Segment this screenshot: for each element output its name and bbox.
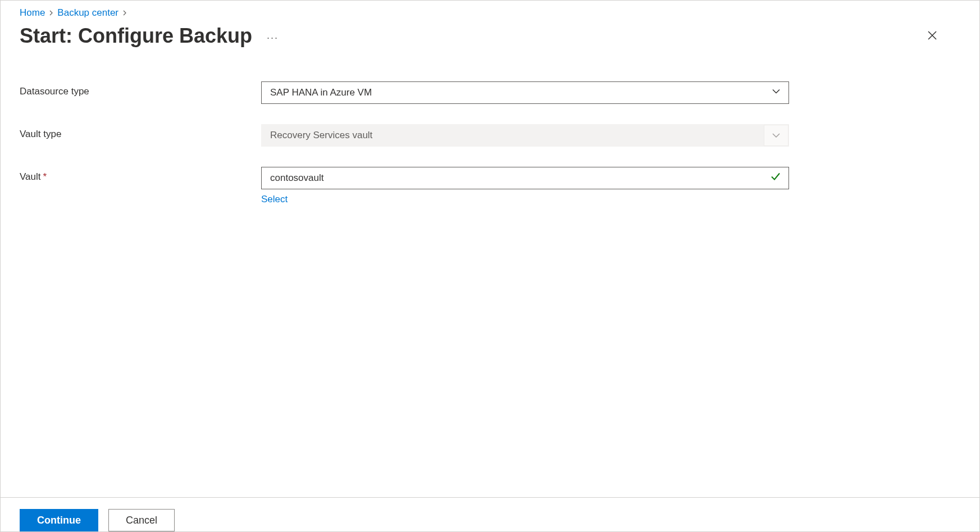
- check-icon: [771, 172, 781, 185]
- page-title: Start: Configure Backup: [20, 24, 252, 48]
- close-button[interactable]: [923, 26, 941, 46]
- form-row-vault-type: Vault type Recovery Services vault: [20, 124, 960, 147]
- form-row-vault: Vault* contosovault Select: [20, 167, 960, 205]
- vault-value: contosovault: [270, 172, 323, 184]
- configure-backup-form: Datasource type SAP HANA in Azure VM Vau…: [1, 48, 979, 205]
- vault-type-value: Recovery Services vault: [270, 130, 372, 141]
- chevron-down-icon: [772, 87, 781, 99]
- datasource-type-label: Datasource type: [20, 81, 261, 97]
- datasource-type-select[interactable]: SAP HANA in Azure VM: [261, 81, 789, 104]
- chevron-down-icon: [764, 125, 788, 146]
- datasource-type-value: SAP HANA in Azure VM: [270, 87, 372, 98]
- chevron-right-icon: [122, 7, 127, 19]
- vault-label: Vault*: [20, 167, 261, 183]
- close-icon: [927, 34, 938, 43]
- breadcrumb: Home Backup center: [1, 1, 979, 19]
- chevron-right-icon: [48, 7, 54, 19]
- more-actions-button[interactable]: ···: [267, 32, 279, 44]
- continue-button[interactable]: Continue: [20, 509, 98, 531]
- form-row-datasource-type: Datasource type SAP HANA in Azure VM: [20, 81, 960, 104]
- vault-select-link[interactable]: Select: [261, 194, 288, 205]
- page-header: Start: Configure Backup ···: [1, 19, 979, 48]
- required-indicator: *: [43, 171, 47, 182]
- vault-input[interactable]: contosovault: [261, 167, 789, 189]
- breadcrumb-backup-center-link[interactable]: Backup center: [57, 7, 118, 19]
- vault-type-label: Vault type: [20, 124, 261, 140]
- cancel-button[interactable]: Cancel: [108, 509, 175, 531]
- vault-type-select: Recovery Services vault: [261, 124, 789, 147]
- breadcrumb-home-link[interactable]: Home: [20, 7, 45, 19]
- footer-actions: Continue Cancel: [1, 497, 979, 531]
